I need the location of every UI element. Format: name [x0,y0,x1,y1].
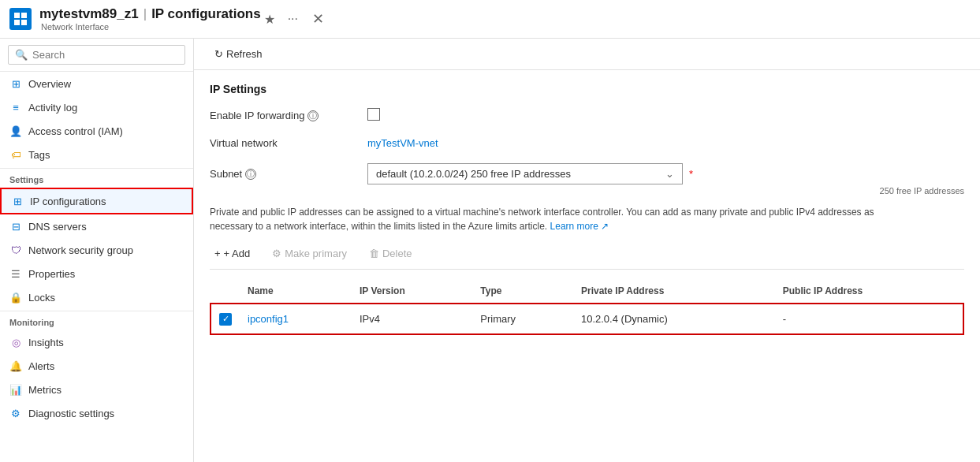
title-bar: mytestvm89_z1 | IP configurations Networ… [0,0,980,39]
enable-forwarding-row: Enable IP forwarding ⓘ [210,108,964,123]
content-area: ↻ Refresh IP Settings Enable IP forwardi… [194,39,980,462]
row-checkbox-checked[interactable] [219,313,232,326]
sidebar-item-alerts[interactable]: 🔔 Alerts [0,354,193,378]
refresh-icon: ↻ [214,48,223,60]
search-box: 🔍 [0,39,193,72]
monitoring-section-header: Monitoring [0,311,193,330]
row-public-ip-cell: - [775,304,963,334]
action-bar: + + Add ⚙ Make primary 🗑 Delete [210,244,964,270]
col-type: Type [472,279,573,304]
locks-icon: 🔒 [9,291,22,304]
vm-name: mytestvm89_z1 [39,6,139,22]
sidebar: 🔍 ⊞ Overview ≡ Activity log 👤 Access con… [0,39,194,462]
title-separator: | [143,6,147,22]
toolbar: ↻ Refresh [194,39,980,70]
sidebar-item-locks[interactable]: 🔒 Locks [0,285,193,309]
row-type-cell: Primary [472,304,573,334]
table-body: ipconfig1 IPv4 Primary 10.2.0.4 (Dynamic… [211,304,963,334]
enable-forwarding-value [367,108,964,123]
sidebar-label-dns-servers: DNS servers [28,221,87,233]
table-header: Name IP Version Type Private IP Address … [211,279,963,304]
access-control-icon: 👤 [9,125,22,137]
sidebar-label-tags: Tags [28,149,50,161]
virtual-network-link[interactable]: myTestVM-vnet [367,137,438,149]
search-input[interactable] [32,49,178,61]
metrics-icon: 📊 [9,383,22,396]
row-private-ip-cell: 10.2.0.4 (Dynamic) [573,304,775,334]
refresh-label: Refresh [226,48,263,60]
title-actions: ★ ··· ✕ [261,9,329,29]
virtual-network-row: Virtual network myTestVM-vnet [210,137,964,149]
sidebar-item-metrics[interactable]: 📊 Metrics [0,378,193,401]
sidebar-label-metrics: Metrics [28,384,61,396]
sidebar-item-dns-servers[interactable]: ⊟ DNS servers [0,214,193,238]
close-button[interactable]: ✕ [307,9,329,29]
sidebar-label-activity-log: Activity log [28,102,77,114]
enable-forwarding-checkbox[interactable] [367,108,380,121]
sidebar-label-overview: Overview [28,78,71,90]
sidebar-item-ip-configurations[interactable]: ⊞ IP configurations [0,188,193,214]
add-button[interactable]: + + Add [210,244,255,263]
virtual-network-value: myTestVM-vnet [367,137,964,149]
sidebar-label-locks: Locks [28,292,55,304]
content-body: IP Settings Enable IP forwarding ⓘ Virtu… [194,70,980,348]
learn-more-link[interactable]: Learn more ↗ [550,221,609,232]
sidebar-item-access-control[interactable]: 👤 Access control (IAM) [0,119,193,143]
row-checkbox-cell [211,304,240,334]
info-text: Private and public IP addresses can be a… [210,205,919,233]
svg-rect-2 [14,20,20,25]
subnet-required-indicator: * [689,168,693,180]
sidebar-label-properties: Properties [28,268,75,280]
enable-forwarding-label: Enable IP forwarding ⓘ [210,110,367,121]
sidebar-item-tags[interactable]: 🏷 Tags [0,143,193,166]
sidebar-item-insights[interactable]: ◎ Insights [0,330,193,354]
favorite-button[interactable]: ★ [261,10,278,28]
sidebar-item-network-security-group[interactable]: 🛡 Network security group [0,238,193,262]
refresh-button[interactable]: ↻ Refresh [210,45,267,63]
table-row[interactable]: ipconfig1 IPv4 Primary 10.2.0.4 (Dynamic… [211,304,963,334]
virtual-network-label: Virtual network [210,137,367,149]
sidebar-label-diagnostic-settings: Diagnostic settings [28,408,114,419]
title-text-group: mytestvm89_z1 | IP configurations Networ… [39,6,261,32]
search-input-wrap[interactable]: 🔍 [8,45,185,65]
delete-button[interactable]: 🗑 Delete [364,244,417,263]
make-primary-label: Make primary [285,248,347,259]
nsg-icon: 🛡 [9,244,22,256]
svg-rect-3 [21,20,27,25]
svg-rect-0 [14,13,20,18]
row-name-cell: ipconfig1 [240,304,352,334]
sidebar-label-access-control: Access control (IAM) [28,125,123,137]
more-button[interactable]: ··· [285,10,301,28]
page-subtitle: Network Interface [41,22,261,32]
add-label: + Add [224,248,251,259]
dns-servers-icon: ⊟ [9,220,22,233]
activity-log-icon: ≡ [9,101,22,114]
insights-icon: ◎ [9,336,22,348]
make-primary-icon: ⚙ [272,248,281,259]
svg-rect-1 [21,13,27,18]
page-name: IP configurations [151,6,261,22]
subnet-dropdown[interactable]: default (10.2.0.0/24) 250 free IP addres… [367,163,683,184]
subnet-info-icon[interactable]: ⓘ [245,169,256,180]
sidebar-label-alerts: Alerts [28,360,54,372]
sidebar-item-diagnostic-settings[interactable]: ⚙ Diagnostic settings [0,401,193,425]
enable-forwarding-info-icon[interactable]: ⓘ [307,110,319,121]
delete-icon: 🗑 [369,248,379,259]
delete-label: Delete [382,248,412,259]
main-layout: 🔍 ⊞ Overview ≡ Activity log 👤 Access con… [0,39,980,462]
make-primary-button[interactable]: ⚙ Make primary [267,244,352,263]
sidebar-item-activity-log[interactable]: ≡ Activity log [0,95,193,119]
sidebar-item-properties[interactable]: ☰ Properties [0,262,193,285]
sidebar-label-ip-configurations: IP configurations [30,196,106,207]
subnet-hint: 250 free IP addresses [367,186,964,196]
diagnostic-settings-icon: ⚙ [9,407,22,419]
tags-icon: 🏷 [9,148,22,161]
subnet-label: Subnet ⓘ [210,163,367,180]
ip-configurations-icon: ⊞ [11,195,24,207]
subnet-dropdown-arrow: ⌄ [665,168,674,180]
row-name-link[interactable]: ipconfig1 [248,313,289,325]
col-name: Name [240,279,352,304]
row-ip-version-cell: IPv4 [352,304,472,334]
col-private-ip: Private IP Address [573,279,775,304]
sidebar-item-overview[interactable]: ⊞ Overview [0,72,193,95]
